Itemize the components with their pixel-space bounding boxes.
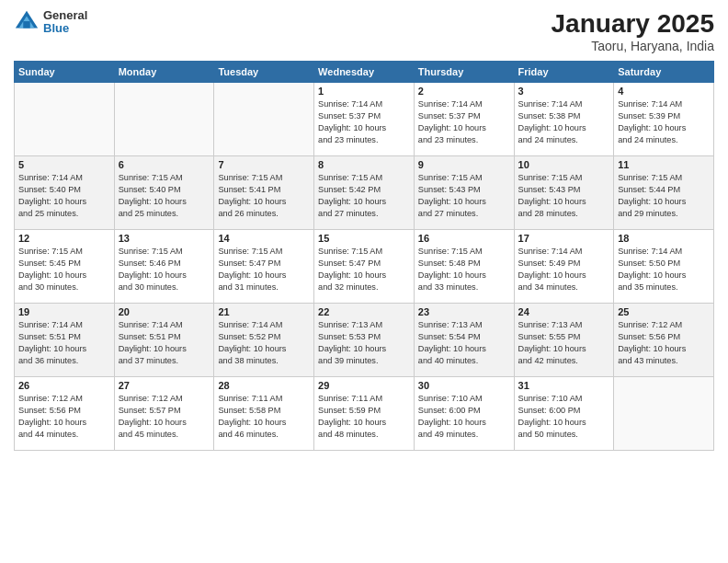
logo-icon [14,9,40,35]
day-number: 29 [318,380,410,391]
col-sunday: Sunday [15,62,115,83]
day-info: Sunrise: 7:14 AM Sunset: 5:39 PM Dayligh… [618,98,710,146]
day-info: Sunrise: 7:15 AM Sunset: 5:48 PM Dayligh… [418,246,510,293]
day-number: 10 [518,159,610,170]
calendar-cell: 12Sunrise: 7:15 AM Sunset: 5:45 PM Dayli… [15,230,115,304]
header: General Blue January 2025 Taoru, Haryana… [14,9,714,53]
calendar-cell [614,377,714,451]
day-number: 5 [18,159,110,170]
day-number: 30 [418,380,510,391]
svg-rect-2 [23,21,29,28]
calendar-cell: 14Sunrise: 7:15 AM Sunset: 5:47 PM Dayli… [214,230,314,304]
day-number: 15 [318,233,410,244]
calendar-cell: 9Sunrise: 7:15 AM Sunset: 5:43 PM Daylig… [414,156,514,230]
week-row-3: 19Sunrise: 7:14 AM Sunset: 5:51 PM Dayli… [15,304,714,377]
day-number: 18 [618,233,710,244]
day-info: Sunrise: 7:14 AM Sunset: 5:37 PM Dayligh… [318,98,410,146]
calendar-header-row: Sunday Monday Tuesday Wednesday Thursday… [15,62,714,83]
calendar-cell [114,83,214,156]
title-block: January 2025 Taoru, Haryana, India [552,9,714,53]
calendar-cell: 19Sunrise: 7:14 AM Sunset: 5:51 PM Dayli… [15,304,115,377]
day-info: Sunrise: 7:11 AM Sunset: 5:58 PM Dayligh… [218,393,310,441]
day-info: Sunrise: 7:14 AM Sunset: 5:38 PM Dayligh… [518,98,610,146]
calendar-cell: 3Sunrise: 7:14 AM Sunset: 5:38 PM Daylig… [514,83,614,156]
day-number: 4 [618,86,710,97]
page: General Blue January 2025 Taoru, Haryana… [0,0,728,563]
calendar-cell: 4Sunrise: 7:14 AM Sunset: 5:39 PM Daylig… [614,83,714,156]
calendar-cell: 21Sunrise: 7:14 AM Sunset: 5:52 PM Dayli… [214,304,314,377]
day-number: 2 [418,86,510,97]
day-info: Sunrise: 7:12 AM Sunset: 5:56 PM Dayligh… [618,319,710,367]
day-number: 1 [318,86,410,97]
calendar-cell: 28Sunrise: 7:11 AM Sunset: 5:58 PM Dayli… [214,377,314,451]
day-number: 17 [518,233,610,244]
calendar-cell: 31Sunrise: 7:10 AM Sunset: 6:00 PM Dayli… [514,377,614,451]
day-number: 22 [318,306,410,317]
day-info: Sunrise: 7:15 AM Sunset: 5:46 PM Dayligh… [119,246,210,293]
day-info: Sunrise: 7:15 AM Sunset: 5:41 PM Dayligh… [218,172,310,220]
day-number: 14 [218,233,310,244]
day-number: 31 [518,380,610,391]
col-wednesday: Wednesday [314,62,415,83]
day-number: 20 [119,306,210,317]
calendar-cell: 24Sunrise: 7:13 AM Sunset: 5:55 PM Dayli… [514,304,614,377]
day-info: Sunrise: 7:11 AM Sunset: 5:59 PM Dayligh… [318,393,410,441]
calendar-cell: 20Sunrise: 7:14 AM Sunset: 5:51 PM Dayli… [114,304,214,377]
col-tuesday: Tuesday [214,62,314,83]
calendar-cell: 1Sunrise: 7:14 AM Sunset: 5:37 PM Daylig… [314,83,415,156]
day-number: 24 [518,306,610,317]
logo-line1: General [43,9,87,22]
calendar-cell: 26Sunrise: 7:12 AM Sunset: 5:56 PM Dayli… [15,377,115,451]
day-info: Sunrise: 7:12 AM Sunset: 5:56 PM Dayligh… [18,393,110,441]
calendar-table: Sunday Monday Tuesday Wednesday Thursday… [14,61,714,451]
calendar-cell [15,83,115,156]
day-info: Sunrise: 7:12 AM Sunset: 5:57 PM Dayligh… [119,393,210,441]
calendar-cell: 22Sunrise: 7:13 AM Sunset: 5:53 PM Dayli… [314,304,415,377]
calendar-cell: 13Sunrise: 7:15 AM Sunset: 5:46 PM Dayli… [114,230,214,304]
day-info: Sunrise: 7:14 AM Sunset: 5:52 PM Dayligh… [218,319,310,367]
week-row-2: 12Sunrise: 7:15 AM Sunset: 5:45 PM Dayli… [15,230,714,304]
week-row-1: 5Sunrise: 7:14 AM Sunset: 5:40 PM Daylig… [15,156,714,230]
calendar-cell: 30Sunrise: 7:10 AM Sunset: 6:00 PM Dayli… [414,377,514,451]
calendar-cell: 7Sunrise: 7:15 AM Sunset: 5:41 PM Daylig… [214,156,314,230]
day-info: Sunrise: 7:15 AM Sunset: 5:44 PM Dayligh… [618,172,710,220]
logo-line2: Blue [43,22,87,35]
calendar-cell: 18Sunrise: 7:14 AM Sunset: 5:50 PM Dayli… [614,230,714,304]
day-number: 9 [418,159,510,170]
day-info: Sunrise: 7:15 AM Sunset: 5:47 PM Dayligh… [318,246,410,293]
calendar-cell: 16Sunrise: 7:15 AM Sunset: 5:48 PM Dayli… [414,230,514,304]
day-info: Sunrise: 7:14 AM Sunset: 5:40 PM Dayligh… [18,172,110,220]
day-info: Sunrise: 7:15 AM Sunset: 5:43 PM Dayligh… [418,172,510,220]
day-info: Sunrise: 7:13 AM Sunset: 5:53 PM Dayligh… [318,319,410,367]
day-info: Sunrise: 7:10 AM Sunset: 6:00 PM Dayligh… [518,393,610,441]
day-info: Sunrise: 7:15 AM Sunset: 5:45 PM Dayligh… [18,246,110,293]
calendar-cell: 11Sunrise: 7:15 AM Sunset: 5:44 PM Dayli… [614,156,714,230]
day-number: 23 [418,306,510,317]
col-friday: Friday [514,62,614,83]
day-number: 21 [218,306,310,317]
day-number: 3 [518,86,610,97]
day-info: Sunrise: 7:14 AM Sunset: 5:49 PM Dayligh… [518,246,610,293]
day-number: 6 [119,159,210,170]
day-info: Sunrise: 7:15 AM Sunset: 5:43 PM Dayligh… [518,172,610,220]
calendar-cell: 6Sunrise: 7:15 AM Sunset: 5:40 PM Daylig… [114,156,214,230]
calendar-cell: 27Sunrise: 7:12 AM Sunset: 5:57 PM Dayli… [114,377,214,451]
logo: General Blue [14,9,87,36]
day-number: 26 [18,380,110,391]
calendar-cell: 15Sunrise: 7:15 AM Sunset: 5:47 PM Dayli… [314,230,415,304]
day-number: 25 [618,306,710,317]
day-info: Sunrise: 7:14 AM Sunset: 5:51 PM Dayligh… [18,319,110,367]
day-info: Sunrise: 7:15 AM Sunset: 5:47 PM Dayligh… [218,246,310,293]
day-number: 13 [119,233,210,244]
calendar-cell: 2Sunrise: 7:14 AM Sunset: 5:37 PM Daylig… [414,83,514,156]
day-info: Sunrise: 7:15 AM Sunset: 5:42 PM Dayligh… [318,172,410,220]
calendar-cell: 23Sunrise: 7:13 AM Sunset: 5:54 PM Dayli… [414,304,514,377]
day-info: Sunrise: 7:14 AM Sunset: 5:37 PM Dayligh… [418,98,510,146]
day-number: 16 [418,233,510,244]
day-number: 28 [218,380,310,391]
day-info: Sunrise: 7:14 AM Sunset: 5:51 PM Dayligh… [119,319,210,367]
day-number: 12 [18,233,110,244]
calendar-cell [214,83,314,156]
calendar-cell: 5Sunrise: 7:14 AM Sunset: 5:40 PM Daylig… [15,156,115,230]
day-number: 19 [18,306,110,317]
